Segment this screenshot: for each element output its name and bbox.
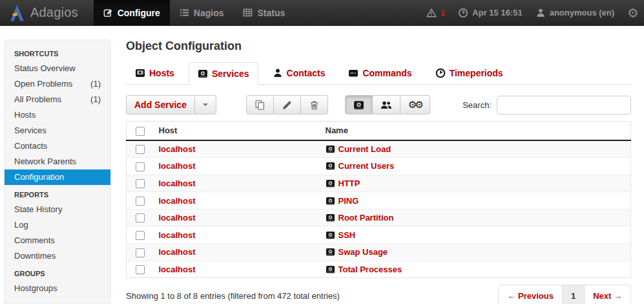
service-icon — [326, 230, 335, 240]
sidebar-item-hosts[interactable]: Hosts — [5, 107, 110, 123]
tab-label: Contacts — [287, 68, 326, 78]
nav-item-label: Nagios — [194, 8, 224, 18]
host-link[interactable]: localhost — [159, 247, 196, 257]
host-link[interactable]: localhost — [159, 179, 196, 188]
add-service-dropdown-button[interactable] — [195, 95, 216, 114]
clock-indicator[interactable]: Apr 15 16:51 — [458, 8, 522, 18]
row-checkbox[interactable] — [136, 265, 145, 274]
service-link[interactable]: Total Processes — [338, 265, 402, 274]
service-icon — [326, 213, 335, 223]
service-link[interactable]: Swap Usage — [338, 247, 388, 257]
delete-button[interactable] — [301, 95, 328, 114]
clock-icon — [435, 68, 446, 78]
settings-gear-icon[interactable]: ⚙ — [627, 6, 639, 19]
sidebar-heading-shortcuts: SHORTCUTS — [5, 44, 110, 61]
adagios-logo-icon — [9, 4, 25, 22]
sidebar-item-log[interactable]: Log — [5, 217, 110, 233]
sidebar-item-hostgroups[interactable]: Hostgroups — [5, 281, 110, 296]
host-link[interactable]: localhost — [159, 265, 196, 274]
column-header-name: Name — [320, 122, 631, 140]
sidebar-item-contacts[interactable]: Contacts — [5, 138, 110, 154]
add-service-button[interactable]: Add Service — [126, 95, 195, 114]
service-link[interactable]: PING — [338, 196, 359, 206]
edit-button[interactable] — [274, 95, 301, 114]
table-toolbar: Add Service — [126, 95, 631, 114]
sidebar-heading-reports: REPORTS — [5, 185, 110, 202]
object-type-tabs: Hosts Services — [126, 62, 631, 85]
search-label: Search: — [462, 100, 492, 110]
row-checkbox[interactable] — [136, 231, 145, 240]
adagios-brand[interactable]: Adagios — [5, 0, 82, 25]
nav-item-configure[interactable]: Configure — [94, 0, 170, 25]
sidebar-item-label: State History — [14, 204, 62, 215]
tab-hosts[interactable]: Hosts — [126, 62, 183, 84]
service-link[interactable]: HTTP — [338, 179, 360, 188]
sidebar-item-comments[interactable]: Comments — [5, 233, 110, 248]
alerts-indicator[interactable]: 1 — [426, 8, 445, 18]
sidebar-item-all-problems[interactable]: All Problems (1) — [5, 92, 110, 107]
edit-icon — [103, 8, 113, 17]
tab-timeperiods[interactable]: Timeperiods — [426, 62, 512, 84]
services-view-button[interactable] — [345, 95, 373, 114]
tab-commands[interactable]: Commands — [339, 62, 421, 84]
service-icon — [326, 265, 335, 274]
row-checkbox[interactable] — [136, 248, 145, 257]
sidebar-item-label: Hosts — [14, 110, 36, 120]
copy-button[interactable] — [246, 95, 274, 114]
user-menu[interactable]: anonymous (en) — [535, 8, 614, 18]
previous-page-button[interactable]: ← Previous — [499, 285, 562, 304]
host-link[interactable]: localhost — [159, 144, 196, 154]
services-table: Host Name localhost Current Load localho… — [126, 121, 631, 278]
service-link[interactable]: SSH — [338, 230, 356, 240]
service-link[interactable]: Root Partition — [338, 213, 394, 223]
service-icon — [326, 179, 335, 188]
tab-contacts[interactable]: Contacts — [264, 62, 335, 84]
nav-item-label: Configure — [118, 8, 160, 18]
tab-services[interactable]: Services — [189, 62, 258, 85]
people-icon — [380, 100, 392, 111]
sidebar-item-configuration[interactable]: Configuration — [5, 169, 110, 185]
table-row: localhost Total Processes — [127, 261, 631, 278]
sidebar-item-network-parents[interactable]: Network Parents — [5, 154, 110, 169]
select-all-checkbox[interactable] — [136, 127, 145, 136]
sidebar-item-services[interactable]: Services — [5, 123, 110, 138]
row-checkbox[interactable] — [136, 162, 145, 171]
username: anonymous (en) — [550, 8, 614, 17]
row-checkbox[interactable] — [136, 179, 145, 188]
sidebar-item-label: Network Parents — [14, 157, 76, 167]
sidebar-item-open-problems[interactable]: Open Problems (1) — [5, 76, 110, 92]
nav-item-nagios[interactable]: Nagios — [170, 0, 234, 25]
copy-icon — [254, 100, 265, 111]
row-checkbox[interactable] — [136, 197, 145, 206]
service-link[interactable]: Current Load — [338, 144, 391, 154]
current-page-button[interactable]: 1 — [562, 285, 584, 304]
sidebar-item-downtimes[interactable]: Downtimes — [5, 248, 110, 264]
contacts-view-button[interactable] — [373, 95, 400, 114]
sidebar-item-state-history[interactable]: State History — [5, 202, 110, 217]
sidebar-heading-groups: GROUPS — [5, 264, 110, 281]
settings-view-button[interactable]: ⚙⚙ — [400, 95, 430, 114]
search-input[interactable] — [497, 96, 631, 114]
table-row: localhost PING — [127, 192, 631, 210]
table-footer: Showing 1 to 8 of 8 entries (filtered fr… — [126, 285, 631, 304]
sidebar-item-status-overview[interactable]: Status Overview — [5, 61, 110, 76]
nav-item-status[interactable]: Status — [233, 0, 295, 25]
row-checkbox[interactable] — [136, 145, 145, 154]
host-link[interactable]: localhost — [159, 213, 196, 223]
main-content: Object Configuration Hosts — [111, 26, 644, 304]
problem-count-badge: (1) — [90, 94, 101, 105]
view-switch-group: ⚙⚙ — [345, 95, 430, 114]
row-checkbox[interactable] — [136, 213, 145, 223]
host-link[interactable]: localhost — [159, 230, 196, 240]
brand-name: Adagios — [30, 5, 78, 20]
warning-triangle-icon — [426, 8, 437, 18]
entries-summary: Showing 1 to 8 of 8 entries (filtered fr… — [126, 291, 340, 301]
service-link[interactable]: Current Users — [338, 161, 395, 171]
table-body: localhost Current Load localhost Current… — [127, 140, 631, 278]
host-link[interactable]: localhost — [159, 196, 196, 206]
host-link[interactable]: localhost — [159, 161, 196, 171]
list-icon — [180, 8, 189, 17]
service-icon — [326, 144, 335, 154]
page-title: Object Configuration — [126, 39, 631, 53]
next-page-button[interactable]: Next → — [584, 285, 630, 304]
